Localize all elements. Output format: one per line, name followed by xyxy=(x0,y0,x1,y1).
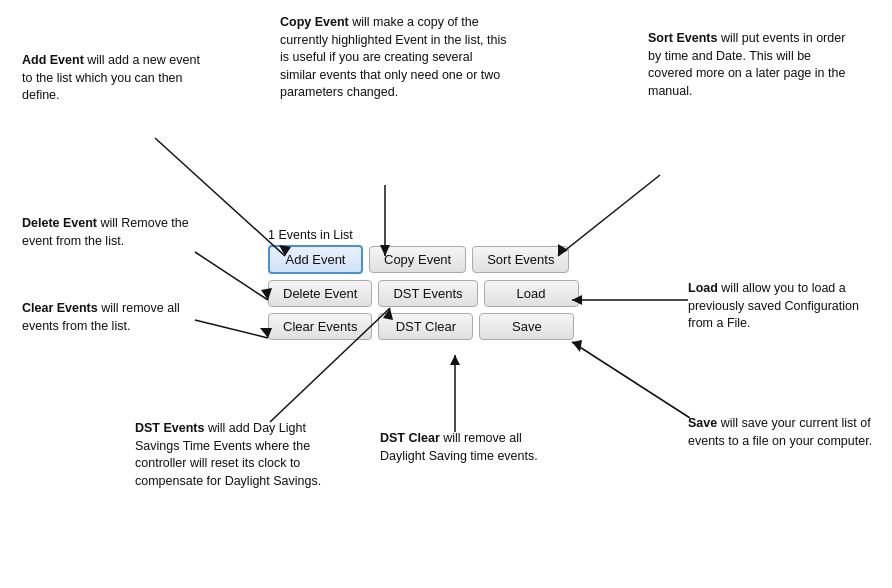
sort-events-button[interactable]: Sort Events xyxy=(472,246,569,273)
svg-line-6 xyxy=(195,252,268,300)
dst-clear-annotation: DST Clear will remove all Daylight Savin… xyxy=(380,430,550,465)
button-row-2: Delete Event DST Events Load xyxy=(268,280,579,307)
svg-line-4 xyxy=(558,175,660,256)
copy-event-annotation: Copy Event will make a copy of the curre… xyxy=(280,14,510,102)
clear-events-annotation: Clear Events will remove all events from… xyxy=(22,300,197,335)
svg-line-8 xyxy=(195,320,268,338)
delete-event-annotation: Delete Event will Remove the event from … xyxy=(22,215,197,250)
buttons-container: Add Event Copy Event Sort Events Delete … xyxy=(268,245,579,340)
save-button[interactable]: Save xyxy=(479,313,574,340)
add-event-button[interactable]: Add Event xyxy=(268,245,363,274)
clear-events-button[interactable]: Clear Events xyxy=(268,313,372,340)
events-label: 1 Events in List xyxy=(268,228,353,242)
add-event-annotation: Add Event will add a new event to the li… xyxy=(22,52,212,105)
load-annotation: Load will allow you to load a previously… xyxy=(688,280,873,333)
delete-event-button[interactable]: Delete Event xyxy=(268,280,372,307)
dst-events-button[interactable]: DST Events xyxy=(378,280,477,307)
svg-line-16 xyxy=(572,342,690,418)
copy-event-button[interactable]: Copy Event xyxy=(369,246,466,273)
load-button[interactable]: Load xyxy=(484,280,579,307)
svg-marker-17 xyxy=(572,340,582,352)
sort-events-annotation: Sort Events will put events in order by … xyxy=(648,30,848,100)
dst-clear-button[interactable]: DST Clear xyxy=(378,313,473,340)
save-annotation: Save will save your current list of even… xyxy=(688,415,873,450)
button-row-1: Add Event Copy Event Sort Events xyxy=(268,245,579,274)
svg-marker-13 xyxy=(450,355,460,365)
button-row-3: Clear Events DST Clear Save xyxy=(268,313,579,340)
dst-events-annotation: DST Events will add Day Light Savings Ti… xyxy=(135,420,325,490)
